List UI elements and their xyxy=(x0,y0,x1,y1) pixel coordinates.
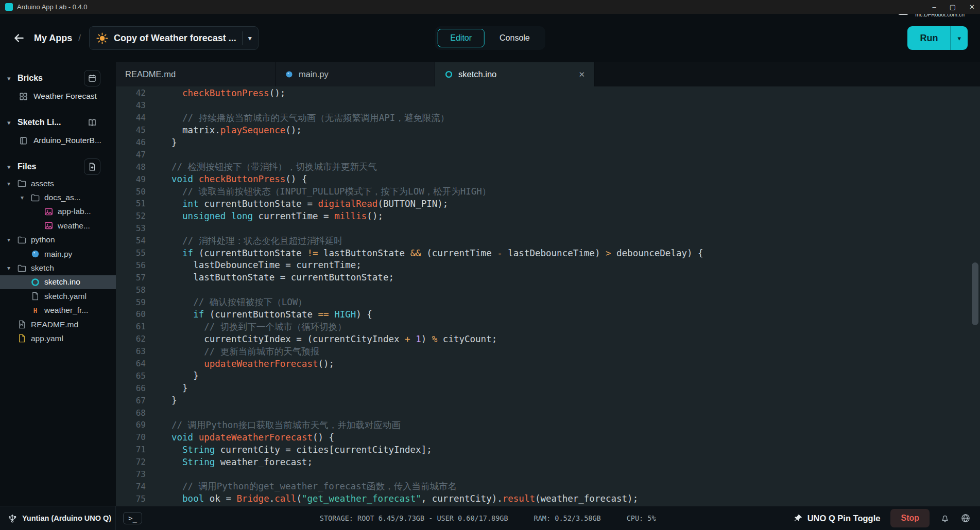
sidebar-item-weather-forecast[interactable]: Weather Forecast xyxy=(0,88,116,104)
vertical-scrollbar[interactable] xyxy=(972,262,978,325)
bell-icon[interactable] xyxy=(940,513,950,523)
tree-item-sketch-yaml[interactable]: sketch.yaml xyxy=(0,289,116,303)
minimize-icon[interactable]: – xyxy=(933,3,936,11)
tree-item-python[interactable]: ▾python xyxy=(0,233,116,247)
tree-item-weather-fr[interactable]: Hweather_fr... xyxy=(0,304,116,317)
globe-icon[interactable] xyxy=(960,513,971,523)
code-line[interactable]: 42 checkButtonPress(); xyxy=(116,87,980,99)
tab-console[interactable]: Console xyxy=(487,29,543,47)
code-line[interactable]: 64 updateWeatherForecast(); xyxy=(116,358,980,370)
svg-text:H: H xyxy=(33,307,38,314)
code-line[interactable]: 48// 检测按钮按下（带消抖），切换城市并更新天气 xyxy=(116,161,980,173)
terminal-button[interactable]: >_ xyxy=(123,512,142,524)
new-file-button[interactable] xyxy=(84,158,100,175)
tree-item-sketch[interactable]: ▾sketch xyxy=(0,261,116,275)
section-header-bricks[interactable]: ▾ Bricks xyxy=(0,68,116,88)
chevron-down-icon[interactable]: ▾ xyxy=(21,194,30,201)
tree-item-sketch-ino[interactable]: sketch.ino xyxy=(0,275,116,289)
line-number: 55 xyxy=(116,248,146,258)
tree-item-label: docs_as... xyxy=(44,193,81,202)
code-line[interactable]: 70void updateWeatherForecast() { xyxy=(116,431,980,444)
view-toggle: Editor Console xyxy=(435,26,545,50)
code-line[interactable]: 69// 调用Python接口获取当前城市天气，并加载对应动画 xyxy=(116,419,980,431)
tree-item-main-py[interactable]: main.py xyxy=(0,247,116,261)
tree-item-weathe[interactable]: weathe... xyxy=(0,219,116,233)
chevron-down-icon[interactable]: ▾ xyxy=(7,119,18,127)
code-line[interactable]: 72 String weather_forecast; xyxy=(116,456,980,468)
device-selector[interactable]: Yuntian (Arduino UNO Q) xyxy=(0,506,116,530)
code-line[interactable]: 50 // 读取当前按钮状态（INPUT_PULLUP模式下，按下为LOW，松开… xyxy=(116,185,980,198)
code-line[interactable]: 47 xyxy=(116,148,980,161)
code-line[interactable]: 43 xyxy=(116,99,980,112)
code-line[interactable]: 62 currentCityIndex = (currentCityIndex … xyxy=(116,333,980,345)
code-text: lastButtonState = currentButtonState; xyxy=(146,272,394,282)
code-line[interactable]: 57 lastButtonState = currentButtonState; xyxy=(116,271,980,284)
code-line[interactable]: 67} xyxy=(116,394,980,407)
chevron-down-icon[interactable]: ▾ xyxy=(7,180,17,187)
chevron-down-icon[interactable]: ▾ xyxy=(248,34,252,42)
code-line[interactable]: 75 bool ok = Bridge.call("get_weather_fo… xyxy=(116,492,980,505)
code-line[interactable]: 52 unsigned long currentTime = millis(); xyxy=(116,210,980,222)
code-line[interactable]: 56 lastDebounceTime = currentTime; xyxy=(116,259,980,271)
code-line[interactable]: 51 int currentButtonState = digitalRead(… xyxy=(116,198,980,210)
pin-toggle-button[interactable]: UNO Q Pin Toggle xyxy=(793,514,881,523)
code-line[interactable]: 53 xyxy=(116,222,980,235)
tree-item-app-yaml[interactable]: app.yaml xyxy=(0,331,116,345)
back-arrow-icon[interactable] xyxy=(12,31,26,45)
code-line[interactable]: 71 String currentCity = cities[currentCi… xyxy=(116,444,980,456)
section-label: Sketch Li... xyxy=(18,118,61,127)
line-number: 58 xyxy=(116,285,146,295)
breadcrumb[interactable]: My Apps xyxy=(34,33,72,44)
line-number: 62 xyxy=(116,334,146,344)
chevron-down-icon[interactable]: ▾ xyxy=(7,163,18,171)
chevron-down-icon[interactable]: ▾ xyxy=(7,236,17,243)
tree-item-label: app-lab... xyxy=(58,207,91,216)
code-line[interactable]: 49void checkButtonPress() { xyxy=(116,173,980,185)
project-selector[interactable]: Copy of Weather forecast ... ▾ xyxy=(89,26,259,50)
code-line[interactable]: 46} xyxy=(116,136,980,149)
maximize-icon[interactable]: ▢ xyxy=(950,3,956,11)
editor-tab-sketch-ino[interactable]: sketch.ino✕ xyxy=(435,62,595,86)
code-editor[interactable]: 42 checkButtonPress();4344 // 持续播放当前城市的天… xyxy=(116,86,980,506)
code-line[interactable]: 74 // 调用Python的get_weather_forecast函数，传入… xyxy=(116,481,980,493)
library-browse-button[interactable] xyxy=(84,114,100,131)
sidebar-item-arduino-router[interactable]: Arduino_RouterB... xyxy=(0,132,116,149)
code-text: // 读取当前按钮状态（INPUT_PULLUP模式下，按下为LOW，松开为HI… xyxy=(146,185,491,198)
tab-label: main.py xyxy=(299,69,329,79)
code-line[interactable]: 73 xyxy=(116,468,980,481)
code-line[interactable]: 58 xyxy=(116,284,980,296)
code-line[interactable]: 44 // 持续播放当前城市的天气动画（无需频繁调用API，避免限流） xyxy=(116,112,980,124)
code-text: String currentCity = cities[currentCityI… xyxy=(146,445,432,455)
tree-item-app-lab[interactable]: app-lab... xyxy=(0,205,116,219)
code-line[interactable]: 61 // 切换到下一个城市（循环切换） xyxy=(116,321,980,333)
chevron-down-icon[interactable]: ▾ xyxy=(7,264,17,272)
code-line[interactable]: 54 // 消抖处理：状态变化且超过消抖延时 xyxy=(116,235,980,247)
close-icon[interactable]: ✕ xyxy=(969,3,975,11)
tree-item-docs-as[interactable]: ▾docs_as... xyxy=(0,190,116,204)
code-line[interactable]: 45 matrix.playSequence(); xyxy=(116,124,980,136)
section-header-files[interactable]: ▾ Files xyxy=(0,157,116,176)
editor-tab-main-py[interactable]: main.py xyxy=(276,62,435,86)
editor-tab-readme-md[interactable]: README.md xyxy=(116,62,276,86)
code-text: if (currentButtonState != lastButtonStat… xyxy=(146,248,703,258)
code-line[interactable]: 68 xyxy=(116,407,980,419)
code-text: // 消抖处理：状态变化且超过消抖延时 xyxy=(146,235,343,247)
line-number: 66 xyxy=(116,383,146,393)
stop-button[interactable]: Stop xyxy=(890,509,930,527)
chevron-down-icon[interactable]: ▾ xyxy=(7,75,18,82)
line-number: 67 xyxy=(116,396,146,405)
code-line[interactable]: 59 // 确认按钮被按下（LOW） xyxy=(116,296,980,308)
close-icon[interactable]: ✕ xyxy=(578,70,585,79)
code-line[interactable]: 63 // 更新当前城市的天气预报 xyxy=(116,345,980,358)
tree-item-readme-md[interactable]: README.md xyxy=(0,317,116,331)
section-header-sketch-libraries[interactable]: ▾ Sketch Li... xyxy=(0,113,116,132)
chevron-down-icon[interactable]: ▾ xyxy=(951,34,968,42)
run-button[interactable]: Run ▾ xyxy=(907,26,968,50)
bricks-add-button[interactable] xyxy=(84,70,100,86)
code-line[interactable]: 60 if (currentButtonState == HIGH) { xyxy=(116,308,980,321)
tab-editor[interactable]: Editor xyxy=(437,29,485,47)
tree-item-assets[interactable]: ▾assets xyxy=(0,176,116,190)
code-line[interactable]: 66 } xyxy=(116,382,980,394)
code-line[interactable]: 65 } xyxy=(116,369,980,382)
code-line[interactable]: 55 if (currentButtonState != lastButtonS… xyxy=(116,247,980,259)
